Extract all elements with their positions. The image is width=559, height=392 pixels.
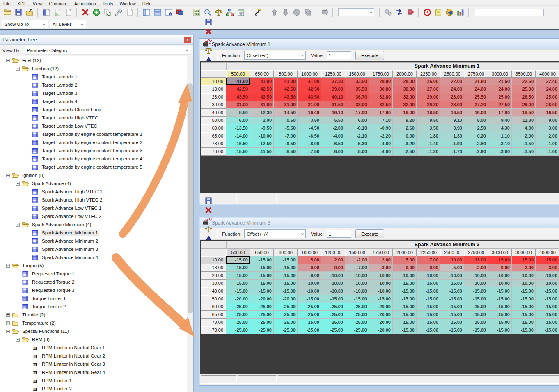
table-cell[interactable]: -1.20 [417,148,440,156]
tree-item[interactable]: Spark Advance High VTEC 1 [0,188,187,196]
menu-xdf[interactable]: XDF [17,1,26,5]
window-title-bar[interactable]: Spark Advance Minimum 1 [200,39,559,49]
collapse-expander[interactable]: − [16,182,20,186]
table-cell[interactable]: -15.00 [393,326,417,334]
table-cell[interactable]: 21.50 [488,78,512,85]
arrow-up-icon[interactable] [269,7,280,18]
table-cell[interactable]: 9.20 [393,117,417,124]
row-header[interactable]: 30.00 [201,280,226,287]
save-floppy-icon[interactable] [204,18,213,27]
table-cell[interactable]: -25.00 [298,319,321,326]
tree-item[interactable]: Spark Advance Minimum 1 [0,229,187,237]
table-cell[interactable]: -15.00 [417,295,440,303]
table-cell[interactable]: -15.00 [464,319,488,326]
menu-window[interactable]: Window [120,1,136,5]
row-header[interactable]: 60.00 [201,303,226,311]
table-cell[interactable]: 42.50 [274,85,298,93]
table-cell[interactable]: 25.00 [512,85,536,93]
collapse-expander[interactable]: − [6,330,10,333]
table-cell[interactable]: -25.00 [250,311,274,319]
table-cell[interactable]: -15.00 [488,287,512,295]
table-cell[interactable]: 40.10 [321,93,345,101]
table-cell[interactable]: -10.00 [321,272,345,280]
table-cell[interactable]: -25.00 [226,319,250,326]
tree-item[interactable]: Spark Advance High VTEC 2 [0,196,187,204]
table-cell[interactable]: -15.00 [226,264,250,272]
table-cell[interactable]: 28.00 [512,101,536,109]
tree-item[interactable]: Spark Advance Minimum 4 [0,253,187,261]
table-cell[interactable]: -25.00 [274,319,298,326]
table-cell[interactable]: -15.00 [536,295,559,303]
table-cell[interactable]: -10.00 [345,280,369,287]
tree-item[interactable]: −Lambda (12) [0,64,187,73]
scales-compare-icon[interactable] [204,225,213,234]
table-cell[interactable]: -1.40 [417,140,440,148]
table-cell[interactable]: 43.50 [274,93,298,101]
table-cell[interactable]: 24.00 [464,85,488,93]
table-cell[interactable]: 42.50 [298,85,321,93]
table-cell[interactable]: -13.50 [226,124,250,132]
table-cell[interactable]: 2.00 [536,132,559,140]
table-cell[interactable]: 0.00 [417,264,440,272]
column-header[interactable]: 3000.00 [488,70,512,78]
table-cell[interactable]: -4.00 [321,132,345,140]
table-cell[interactable]: -25.00 [250,303,274,311]
table-cell[interactable]: -10.00 [464,280,488,287]
value-input[interactable] [327,51,351,59]
table-cell[interactable]: 4.00 [512,124,536,132]
table-cell[interactable]: -15.00 [369,295,393,303]
column-header[interactable]: 2750.00 [464,249,488,256]
open-folder-icon[interactable] [2,7,12,18]
table-cell[interactable]: -25.00 [321,326,345,334]
doc-dim-icon[interactable] [52,7,62,18]
table-cell[interactable]: -5.00 [345,148,369,156]
table-cell[interactable]: -15.00 [512,303,536,311]
row-header[interactable]: 18.00 [201,85,226,93]
table-cell[interactable]: 24.00 [488,85,512,93]
table-cell[interactable]: 41.00 [226,78,250,85]
table-cell[interactable]: 2.00 [512,132,536,140]
table-cell[interactable]: -15.00 [226,280,250,287]
table-cell[interactable]: 36.70 [345,93,369,101]
tree-item[interactable]: −Spark Advance Minimum (4) [0,220,187,229]
table-cell[interactable]: -10.00 [512,280,536,287]
table-cell[interactable]: -25.00 [298,303,321,311]
table-cell[interactable]: -20.00 [369,319,393,326]
table-cell[interactable]: 31.50 [321,101,345,109]
column-header[interactable]: 1250.00 [321,70,345,78]
table-cell[interactable]: 18.50 [512,109,536,117]
gauge-monitor-icon[interactable] [422,7,432,18]
table-cell[interactable]: 35.50 [345,85,369,93]
column-header[interactable]: 2500.00 [440,70,464,78]
table-cell[interactable]: 14.50 [274,109,298,117]
table-cell[interactable]: -15.00 [440,295,464,303]
delete-x-icon[interactable] [204,206,213,215]
tree-item[interactable]: πRPM Limiter in Neutral Gear 2 [0,352,187,360]
collapse-expander[interactable]: − [16,338,20,342]
layout-compare-icon[interactable] [174,7,185,18]
delete-x-icon[interactable] [80,7,90,18]
table-cell[interactable]: 42.50 [226,85,250,93]
table-cell[interactable]: 6.00 [345,117,369,124]
menu-acquisition[interactable]: Acquisition [74,1,96,5]
tree-scrollbar-thumb[interactable] [188,83,193,313]
column-header[interactable]: 4000.00 [536,249,559,256]
doc-new-icon[interactable] [63,7,73,18]
table-cell[interactable]: 2.60 [393,124,417,132]
layout-info-icon[interactable]: i [163,7,174,18]
table-cell[interactable]: -15.00 [464,295,488,303]
menu-tools[interactable]: Tools [103,1,113,5]
table-cell[interactable]: -5.50 [274,124,298,132]
collapse-expander[interactable]: − [6,264,10,268]
table-cell[interactable]: 28.80 [369,78,393,85]
table-cell[interactable]: -15.50 [226,148,250,156]
table-cell[interactable]: -7.00 [274,132,298,140]
table-cell[interactable]: -15.00 [440,311,464,319]
table-cell[interactable]: -15.00 [488,311,512,319]
table-cell[interactable]: -25.00 [250,319,274,326]
column-header[interactable]: 1000.00 [298,70,321,78]
table-cell[interactable]: -15.00 [250,256,274,264]
column-header[interactable]: 2250.00 [417,70,440,78]
table-cell[interactable]: 2.00 [512,264,536,272]
tree-item[interactable]: Target Lambda by engine coolant temperat… [0,155,187,163]
